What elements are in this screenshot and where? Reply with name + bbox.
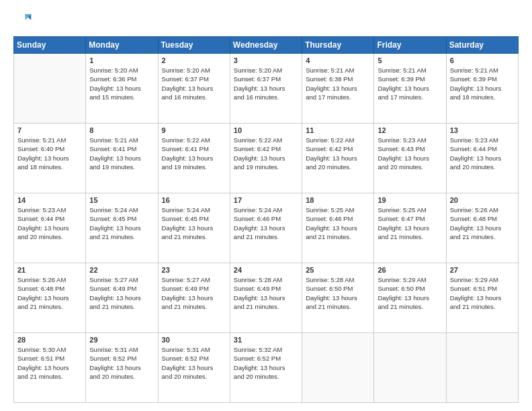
- day-info: Sunrise: 5:21 AM Sunset: 6:39 PM Dayligh…: [450, 66, 515, 101]
- calendar-table: SundayMondayTuesdayWednesdayThursdayFrid…: [13, 36, 519, 403]
- day-number: 24: [234, 266, 298, 274]
- day-info: Sunrise: 5:23 AM Sunset: 6:44 PM Dayligh…: [450, 136, 515, 171]
- calendar-week-row: 7Sunrise: 5:21 AM Sunset: 6:40 PM Daylig…: [14, 124, 519, 193]
- calendar-cell: 25Sunrise: 5:28 AM Sunset: 6:50 PM Dayli…: [302, 263, 374, 333]
- weekday-header-row: SundayMondayTuesdayWednesdayThursdayFrid…: [14, 37, 519, 54]
- calendar-cell: 16Sunrise: 5:24 AM Sunset: 6:45 PM Dayli…: [158, 193, 230, 263]
- day-number: 1: [89, 56, 154, 64]
- weekday-header: Thursday: [302, 37, 374, 54]
- day-number: 5: [378, 56, 442, 64]
- day-info: Sunrise: 5:28 AM Sunset: 6:49 PM Dayligh…: [234, 275, 298, 311]
- day-number: 12: [378, 126, 442, 134]
- calendar-week-row: 21Sunrise: 5:26 AM Sunset: 6:48 PM Dayli…: [14, 263, 519, 333]
- calendar-cell: 7Sunrise: 5:21 AM Sunset: 6:40 PM Daylig…: [14, 124, 86, 193]
- day-number: 13: [450, 126, 515, 134]
- day-number: 23: [162, 266, 226, 274]
- day-number: 22: [89, 266, 154, 274]
- calendar-cell: 5Sunrise: 5:21 AM Sunset: 6:39 PM Daylig…: [374, 54, 446, 124]
- day-info: Sunrise: 5:28 AM Sunset: 6:50 PM Dayligh…: [306, 275, 370, 311]
- day-number: 7: [17, 126, 82, 134]
- calendar-cell: 27Sunrise: 5:29 AM Sunset: 6:51 PM Dayli…: [446, 263, 518, 333]
- day-number: 10: [234, 126, 298, 134]
- day-info: Sunrise: 5:22 AM Sunset: 6:42 PM Dayligh…: [306, 136, 370, 171]
- day-info: Sunrise: 5:23 AM Sunset: 6:43 PM Dayligh…: [378, 136, 442, 171]
- weekday-header: Saturday: [446, 37, 518, 54]
- calendar-cell: 1Sunrise: 5:20 AM Sunset: 6:36 PM Daylig…: [86, 54, 158, 124]
- page: SundayMondayTuesdayWednesdayThursdayFrid…: [0, 0, 532, 411]
- day-number: 11: [306, 126, 370, 134]
- calendar-cell: 8Sunrise: 5:21 AM Sunset: 6:41 PM Daylig…: [86, 124, 158, 193]
- calendar-week-row: 1Sunrise: 5:20 AM Sunset: 6:36 PM Daylig…: [14, 54, 519, 124]
- day-info: Sunrise: 5:31 AM Sunset: 6:52 PM Dayligh…: [162, 345, 226, 381]
- day-info: Sunrise: 5:25 AM Sunset: 6:46 PM Dayligh…: [306, 205, 370, 241]
- day-number: 2: [162, 56, 226, 64]
- logo: [13, 11, 35, 30]
- calendar-cell: 22Sunrise: 5:27 AM Sunset: 6:49 PM Dayli…: [86, 263, 158, 333]
- calendar-cell: 26Sunrise: 5:29 AM Sunset: 6:50 PM Dayli…: [374, 263, 446, 333]
- day-info: Sunrise: 5:22 AM Sunset: 6:42 PM Dayligh…: [234, 136, 298, 171]
- day-info: Sunrise: 5:27 AM Sunset: 6:49 PM Dayligh…: [89, 275, 154, 311]
- day-number: 6: [450, 56, 515, 64]
- calendar-cell: 14Sunrise: 5:23 AM Sunset: 6:44 PM Dayli…: [14, 193, 86, 263]
- day-info: Sunrise: 5:31 AM Sunset: 6:52 PM Dayligh…: [89, 345, 154, 381]
- day-number: 21: [17, 266, 82, 274]
- calendar-cell: 21Sunrise: 5:26 AM Sunset: 6:48 PM Dayli…: [14, 263, 86, 333]
- day-info: Sunrise: 5:24 AM Sunset: 6:45 PM Dayligh…: [162, 205, 226, 241]
- calendar-cell: 24Sunrise: 5:28 AM Sunset: 6:49 PM Dayli…: [230, 263, 302, 333]
- calendar-cell: 28Sunrise: 5:30 AM Sunset: 6:51 PM Dayli…: [14, 333, 86, 403]
- weekday-header: Wednesday: [230, 37, 302, 54]
- calendar-cell: [302, 333, 374, 403]
- day-number: 20: [450, 196, 515, 204]
- day-info: Sunrise: 5:21 AM Sunset: 6:40 PM Dayligh…: [17, 136, 82, 171]
- calendar-cell: 6Sunrise: 5:21 AM Sunset: 6:39 PM Daylig…: [446, 54, 518, 124]
- calendar-cell: 18Sunrise: 5:25 AM Sunset: 6:46 PM Dayli…: [302, 193, 374, 263]
- calendar-cell: 31Sunrise: 5:32 AM Sunset: 6:52 PM Dayli…: [230, 333, 302, 403]
- calendar-cell: 10Sunrise: 5:22 AM Sunset: 6:42 PM Dayli…: [230, 124, 302, 193]
- day-info: Sunrise: 5:20 AM Sunset: 6:37 PM Dayligh…: [162, 66, 226, 101]
- calendar-cell: 29Sunrise: 5:31 AM Sunset: 6:52 PM Dayli…: [86, 333, 158, 403]
- day-number: 27: [450, 266, 515, 274]
- day-info: Sunrise: 5:27 AM Sunset: 6:49 PM Dayligh…: [162, 275, 226, 311]
- day-info: Sunrise: 5:22 AM Sunset: 6:41 PM Dayligh…: [162, 136, 226, 171]
- day-number: 19: [378, 196, 442, 204]
- weekday-header: Monday: [86, 37, 158, 54]
- day-info: Sunrise: 5:32 AM Sunset: 6:52 PM Dayligh…: [234, 345, 298, 381]
- calendar-cell: 13Sunrise: 5:23 AM Sunset: 6:44 PM Dayli…: [446, 124, 518, 193]
- day-number: 16: [162, 196, 226, 204]
- day-info: Sunrise: 5:20 AM Sunset: 6:36 PM Dayligh…: [89, 66, 154, 101]
- calendar-cell: 12Sunrise: 5:23 AM Sunset: 6:43 PM Dayli…: [374, 124, 446, 193]
- calendar-cell: 9Sunrise: 5:22 AM Sunset: 6:41 PM Daylig…: [158, 124, 230, 193]
- day-number: 31: [234, 336, 298, 344]
- day-info: Sunrise: 5:30 AM Sunset: 6:51 PM Dayligh…: [17, 345, 82, 381]
- day-number: 14: [17, 196, 82, 204]
- day-info: Sunrise: 5:23 AM Sunset: 6:44 PM Dayligh…: [17, 205, 82, 241]
- day-info: Sunrise: 5:20 AM Sunset: 6:37 PM Dayligh…: [234, 66, 298, 101]
- day-number: 30: [162, 336, 226, 344]
- day-info: Sunrise: 5:25 AM Sunset: 6:47 PM Dayligh…: [378, 205, 442, 241]
- day-info: Sunrise: 5:26 AM Sunset: 6:48 PM Dayligh…: [450, 205, 515, 241]
- day-number: 4: [306, 56, 370, 64]
- day-number: 15: [89, 196, 154, 204]
- day-number: 28: [17, 336, 82, 344]
- calendar-body: 1Sunrise: 5:20 AM Sunset: 6:36 PM Daylig…: [14, 54, 519, 403]
- day-number: 8: [89, 126, 154, 134]
- calendar-cell: [374, 333, 446, 403]
- day-info: Sunrise: 5:29 AM Sunset: 6:50 PM Dayligh…: [378, 275, 442, 311]
- calendar-cell: 2Sunrise: 5:20 AM Sunset: 6:37 PM Daylig…: [158, 54, 230, 124]
- calendar-header: SundayMondayTuesdayWednesdayThursdayFrid…: [14, 37, 519, 54]
- calendar-week-row: 28Sunrise: 5:30 AM Sunset: 6:51 PM Dayli…: [14, 333, 519, 403]
- weekday-header: Tuesday: [158, 37, 230, 54]
- weekday-header: Sunday: [14, 37, 86, 54]
- calendar-week-row: 14Sunrise: 5:23 AM Sunset: 6:44 PM Dayli…: [14, 193, 519, 263]
- header: [13, 11, 519, 30]
- day-number: 3: [234, 56, 298, 64]
- calendar-cell: 20Sunrise: 5:26 AM Sunset: 6:48 PM Dayli…: [446, 193, 518, 263]
- day-info: Sunrise: 5:26 AM Sunset: 6:48 PM Dayligh…: [17, 275, 82, 311]
- calendar-cell: 4Sunrise: 5:21 AM Sunset: 6:38 PM Daylig…: [302, 54, 374, 124]
- calendar-cell: 11Sunrise: 5:22 AM Sunset: 6:42 PM Dayli…: [302, 124, 374, 193]
- day-info: Sunrise: 5:24 AM Sunset: 6:45 PM Dayligh…: [89, 205, 154, 241]
- day-info: Sunrise: 5:24 AM Sunset: 6:46 PM Dayligh…: [234, 205, 298, 241]
- day-number: 29: [89, 336, 154, 344]
- logo-icon: [13, 11, 32, 30]
- day-number: 25: [306, 266, 370, 274]
